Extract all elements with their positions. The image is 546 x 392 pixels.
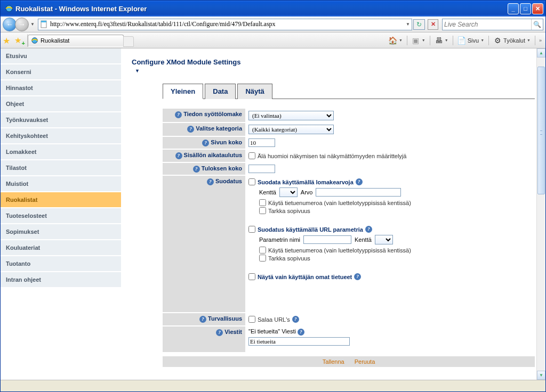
save-button[interactable]: Tallenna [323,358,344,365]
filter-value-input[interactable] [316,188,401,197]
help-icon[interactable]: ? [175,111,182,118]
main-content: Configure XMod Module Settings ▼ Yleinen… [121,48,545,380]
data-entry-form-select[interactable]: (Ei valintaa) [248,111,334,120]
sidebar-item-kouluateriat[interactable]: Kouluateriat [1,240,121,256]
result-size-input[interactable] [248,165,275,173]
cancel-button[interactable]: Peruuta [355,358,375,365]
ignore-visibility-checkbox[interactable] [248,152,255,159]
favorites-bar: ★ ★ Ruokalistat 🏠▼ ▣▼ 🖶▼ 📄Sivu▼ ⚙Työkalu… [1,32,545,48]
field-label: Viestit [224,329,242,335]
field-label: Valitse kategoria [196,125,242,132]
scroll-up-button[interactable]: ▲ [537,48,545,58]
no-records-message-input[interactable] [248,337,350,346]
config-tab-data[interactable]: Data [205,84,236,99]
help-icon[interactable]: ? [207,178,214,185]
sidebar-item-sopimukset[interactable]: Sopimukset [1,224,121,240]
url-field-select[interactable] [375,235,393,244]
use-record-number-url-checkbox[interactable] [259,247,266,254]
navigation-bar: ← → ▼ ▼ ↻ ✕ 🔍 [1,17,545,32]
print-button[interactable]: 🖶▼ [432,35,451,46]
sidebar-item-työnkuvaukset[interactable]: Työnkuvaukset [1,112,121,128]
config-tab-yleinen[interactable]: Yleinen [163,84,203,99]
home-icon: 🏠 [389,36,397,45]
svg-point-0 [6,5,12,12]
browser-tab-label: Ruokalistat [41,37,69,44]
page-menu-button[interactable]: 📄Sivu▼ [455,35,486,46]
use-record-number-checkbox[interactable] [259,199,266,206]
home-button[interactable]: 🏠▼ [387,35,405,46]
sidebar-item-intran-ohjeet[interactable]: Intran ohjeet [1,272,121,288]
help-icon[interactable]: ? [202,140,209,146]
help-icon[interactable]: ? [292,316,299,323]
show-own-records-checkbox[interactable] [248,273,255,280]
sidebar-item-tuotanto[interactable]: Tuotanto [1,256,121,272]
page-size-input[interactable] [248,138,275,147]
nav-history-dropdown[interactable]: ▼ [29,18,36,31]
exact-match-url-checkbox[interactable] [259,255,266,262]
sidebar-item-ruokalistat[interactable]: Ruokalistat [1,192,121,208]
encrypt-urls-checkbox[interactable] [248,316,255,323]
field-label: Sisällön aikataulutus [184,152,242,158]
address-input[interactable] [50,20,404,28]
sidebar-item-etusivu[interactable]: Etusivu [1,48,121,64]
help-icon[interactable]: ? [199,316,206,323]
help-icon[interactable]: ? [354,273,361,280]
tools-menu-button[interactable]: ⚙Työkalut▼ [491,35,533,46]
field-label: Suodatus [215,178,242,184]
svg-point-3 [32,38,38,44]
help-icon[interactable]: ? [175,152,182,159]
sidebar-item-kehityskohteet[interactable]: Kehityskohteet [1,128,121,144]
address-dropdown-icon[interactable]: ▼ [404,22,412,27]
field-label: Tiedon syöttölomake [183,111,242,117]
browser-tab[interactable]: Ruokalistat [28,35,124,47]
category-select[interactable]: (Kaikki kategoriat) [248,125,334,134]
sidebar-item-tuoteselosteet[interactable]: Tuoteselosteet [1,208,121,224]
help-icon[interactable]: ? [356,178,363,185]
vertical-scrollbar[interactable]: ▲ ▼ [536,48,545,380]
search-bar[interactable]: 🔍 [442,19,543,30]
sidebar-item-lomakkeet[interactable]: Lomakkeet [1,144,121,160]
window-minimize-button[interactable]: _ [508,3,519,14]
exact-match-checkbox[interactable] [259,207,266,214]
sidebar-item-konserni[interactable]: Konserni [1,64,121,80]
window-close-button[interactable]: ✕ [532,3,543,14]
favorites-icon[interactable]: ★ [3,36,12,45]
sidebar-item-tilastot[interactable]: Tilastot [1,160,121,176]
window-titlebar: Ruokalistat - Windows Internet Explorer … [1,1,545,17]
window-maximize-button[interactable]: □ [520,3,531,14]
filter-form-values-checkbox[interactable] [248,178,255,185]
help-icon[interactable]: ? [193,166,200,173]
stop-button[interactable]: ✕ [428,19,438,30]
ie-icon [31,37,38,44]
search-button[interactable]: 🔍 [531,19,543,30]
help-icon[interactable]: ? [298,329,304,336]
search-input[interactable] [443,21,531,28]
help-icon[interactable]: ? [365,226,372,233]
sidebar-item-muistiot[interactable]: Muistiot [1,176,121,192]
filter-url-param-checkbox[interactable] [248,226,255,233]
field-label: Turvallisuus [208,315,242,322]
help-icon[interactable]: ? [187,126,194,133]
scroll-down-button[interactable]: ▼ [537,371,545,380]
toolbar-overflow-icon[interactable]: » [537,38,543,43]
field-label: Tuloksen koko [202,165,242,172]
address-bar[interactable]: ▼ [38,19,412,30]
filter-field-select[interactable] [279,187,298,197]
sidebar-item-ohjeet[interactable]: Ohjeet [1,96,121,112]
window-title: Ruokalistat - Windows Internet Explorer [15,5,508,13]
help-icon[interactable]: ? [216,329,223,336]
param-name-input[interactable] [303,235,351,244]
page-title: Configure XMod Module Settings [132,58,535,66]
new-tab-button[interactable] [123,36,134,47]
sidebar-item-hinnastot[interactable]: Hinnastot [1,80,121,96]
config-tab-näytä[interactable]: Näytä [237,84,272,99]
rss-icon: ▣ [412,36,420,45]
feeds-button[interactable]: ▣▼ [410,35,428,46]
refresh-button[interactable]: ↻ [413,19,425,30]
add-favorite-icon[interactable]: ★ [14,36,24,45]
config-tabs: YleinenDataNäytä [163,83,535,99]
nav-forward-button[interactable]: → [15,18,29,31]
print-icon: 🖶 [435,36,443,45]
collapse-icon[interactable]: ▼ [135,68,535,74]
scroll-thumb[interactable] [537,67,545,194]
